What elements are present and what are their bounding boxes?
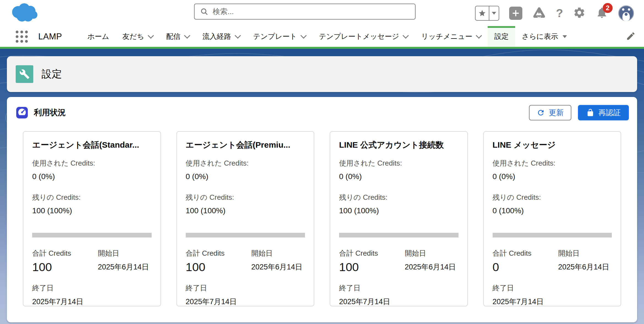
lock-icon xyxy=(586,109,594,117)
tab-friends[interactable]: 友だち xyxy=(116,26,160,47)
app-launcher-button[interactable] xyxy=(16,31,28,43)
used-credits-value: 0 (0%) xyxy=(493,172,612,181)
usage-cards-row: エージェント会話(Standar... 使用された Credits: 0 (0%… xyxy=(15,131,629,306)
credits-progress-bar xyxy=(493,233,612,237)
usage-card-stats: 合計 Credits 100 開始日 2025年6月14日 終了日 2025年7… xyxy=(32,249,152,306)
remaining-credits-value: 100 (100%) xyxy=(339,206,459,215)
start-date-label: 開始日 xyxy=(98,249,151,258)
used-credits-value: 0 (0%) xyxy=(186,172,305,181)
favorites-star-button[interactable] xyxy=(476,6,489,20)
edit-navigation-button[interactable] xyxy=(626,31,636,42)
used-credits-label: 使用された Credits: xyxy=(493,158,612,168)
chevron-down-icon xyxy=(235,33,241,39)
refresh-button[interactable]: 更新 xyxy=(529,105,571,120)
end-date-value: 2025年7月14日 xyxy=(339,297,405,306)
credits-progress-bar xyxy=(32,233,152,237)
usage-card-title: エージェント会話(Standar... xyxy=(32,139,152,151)
tab-delivery[interactable]: 配信 xyxy=(160,26,196,47)
setup-button[interactable] xyxy=(573,6,586,20)
end-date-value: 2025年7月14日 xyxy=(186,297,251,306)
favorites-button-group xyxy=(475,6,499,21)
usage-section-header: 利用状況 更新 再認証 xyxy=(15,104,629,121)
tab-inflow-routes[interactable]: 流入経路 xyxy=(196,26,247,47)
usage-card-stats: 合計 Credits 100 開始日 2025年6月14日 終了日 2025年7… xyxy=(186,249,305,306)
app-name[interactable]: LAMP xyxy=(38,32,62,42)
chevron-down-icon xyxy=(301,33,307,39)
usage-card-stats: 合計 Credits 0 開始日 2025年6月14日 終了日 2025年7月1… xyxy=(493,249,612,306)
total-credits-value: 100 xyxy=(186,260,251,274)
usage-card: エージェント会話(Premiu... 使用された Credits: 0 (0%)… xyxy=(176,131,315,306)
total-credits-label: 合計 Credits xyxy=(186,249,251,258)
remaining-credits-label: 残りの Credits: xyxy=(339,193,459,202)
usage-card-title: LINE 公式アカウント接続数 xyxy=(339,139,459,151)
end-date-value: 2025年7月14日 xyxy=(493,297,558,306)
guidance-center-button[interactable] xyxy=(532,6,546,21)
usage-section-title: 利用状況 xyxy=(34,107,66,118)
nav-tabs: ホーム 友だち 配信 流入経路 テンプレート テンプレートメッセージ リッチメニ… xyxy=(81,26,573,47)
plus-icon xyxy=(512,9,520,17)
gear-icon xyxy=(573,6,586,19)
notification-count-badge: 2 xyxy=(603,3,613,13)
start-date-value: 2025年6月14日 xyxy=(251,262,305,272)
chevron-down-icon xyxy=(403,33,409,39)
remaining-credits-label: 残りの Credits: xyxy=(493,193,612,202)
caret-down-icon xyxy=(492,12,496,15)
remaining-credits-value: 100 (100%) xyxy=(32,206,152,215)
app-window: ? 2 xyxy=(0,0,644,324)
total-credits-label: 合計 Credits xyxy=(339,249,405,258)
remaining-credits-label: 残りの Credits: xyxy=(32,193,152,202)
tab-template-messages[interactable]: テンプレートメッセージ xyxy=(312,26,414,47)
tab-templates[interactable]: テンプレート xyxy=(247,26,312,47)
tab-show-more[interactable]: さらに表示 xyxy=(515,26,574,47)
global-create-button[interactable] xyxy=(509,7,522,20)
usage-card-title: エージェント会話(Premiu... xyxy=(186,139,305,151)
wrench-icon xyxy=(19,69,30,79)
usage-card-title: LINE メッセージ xyxy=(493,139,612,151)
start-date-value: 2025年6月14日 xyxy=(405,262,458,272)
start-date-label: 開始日 xyxy=(558,249,612,258)
refresh-icon xyxy=(537,109,545,117)
pencil-icon xyxy=(626,31,636,41)
total-credits-label: 合計 Credits xyxy=(32,249,98,258)
tab-rich-menu[interactable]: リッチメニュー xyxy=(414,26,488,47)
global-search[interactable] xyxy=(194,4,416,20)
chevron-down-icon xyxy=(476,33,482,39)
bear-avatar-icon xyxy=(618,5,634,21)
settings-entity-icon xyxy=(16,65,33,83)
end-date-label: 終了日 xyxy=(32,283,98,293)
reauth-button[interactable]: 再認証 xyxy=(578,105,629,120)
used-credits-label: 使用された Credits: xyxy=(339,158,459,168)
help-button[interactable]: ? xyxy=(556,7,563,19)
total-credits-value: 0 xyxy=(493,260,558,274)
start-date-label: 開始日 xyxy=(251,249,305,258)
used-credits-value: 0 (0%) xyxy=(339,172,459,181)
credits-progress-bar xyxy=(186,233,305,237)
chevron-down-icon xyxy=(148,33,154,39)
remaining-credits-label: 残りの Credits: xyxy=(186,193,305,202)
chevron-down-icon xyxy=(184,33,190,39)
usage-card-stats: 合計 Credits 100 開始日 2025年6月14日 終了日 2025年7… xyxy=(339,249,459,306)
caret-down-icon xyxy=(563,35,567,38)
app-navigation-bar: LAMP ホーム 友だち 配信 流入経路 テンプレート テンプレートメッセージ … xyxy=(0,26,644,49)
end-date-label: 終了日 xyxy=(493,283,558,293)
start-date-value: 2025年6月14日 xyxy=(558,262,612,272)
start-date-label: 開始日 xyxy=(405,249,458,258)
salesforce-logo-icon xyxy=(9,2,40,24)
end-date-label: 終了日 xyxy=(339,283,405,293)
user-avatar[interactable] xyxy=(618,5,634,21)
favorites-dropdown-button[interactable] xyxy=(489,6,499,20)
usage-card: エージェント会話(Standar... 使用された Credits: 0 (0%… xyxy=(23,131,161,306)
page-title: 設定 xyxy=(42,67,62,81)
total-credits-value: 100 xyxy=(339,260,405,274)
tab-settings[interactable]: 設定 xyxy=(488,26,515,47)
notifications-button[interactable]: 2 xyxy=(596,6,608,20)
page-background: 設定 利用状況 xyxy=(0,49,644,324)
header-actions: ? 2 xyxy=(475,0,634,26)
tab-home[interactable]: ホーム xyxy=(81,26,116,47)
used-credits-label: 使用された Credits: xyxy=(186,158,305,168)
remaining-credits-value: 0 (100%) xyxy=(493,206,612,215)
gauge-icon xyxy=(16,107,28,118)
search-input[interactable] xyxy=(212,7,378,16)
remaining-credits-value: 100 (100%) xyxy=(186,206,305,215)
trailhead-icon xyxy=(532,6,546,20)
